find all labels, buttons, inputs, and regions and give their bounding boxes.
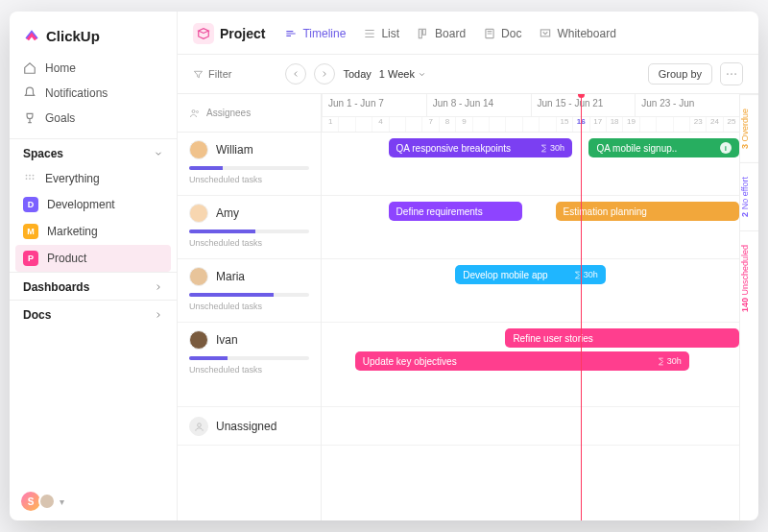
prev-button[interactable] [285, 63, 306, 85]
bell-icon [23, 86, 36, 100]
tab-board[interactable]: Board [409, 23, 473, 44]
svg-point-1 [29, 175, 31, 177]
section-label: Dashboards [23, 280, 89, 294]
sidebar-section-docs[interactable]: Docs [10, 300, 177, 327]
timeline-lane[interactable]: Refine user storiesUpdate key objectives… [322, 323, 739, 407]
grid-icon [23, 172, 36, 185]
avatar [189, 330, 208, 350]
sidebar-space-everything[interactable]: Everything [10, 166, 177, 191]
chevron-right-icon [154, 310, 163, 320]
assignee-cell[interactable]: Unassigned [178, 407, 321, 446]
assignee-header[interactable]: Assignees [178, 94, 321, 133]
tab-doc[interactable]: Doc [475, 23, 529, 44]
chevron-down-icon [154, 149, 163, 158]
nav-goals[interactable]: Goals [10, 106, 177, 131]
week-header: Jun 23 - Jun [635, 94, 739, 116]
task-label: Estimation planning [564, 206, 647, 217]
view-tabs: TimelineListBoardDocWhiteboard [276, 23, 623, 44]
task-bar[interactable]: Develop mobile app30h [455, 265, 606, 284]
range-value: 1 Week [379, 68, 415, 80]
logo[interactable]: ClickUp [10, 12, 177, 54]
tab-list[interactable]: List [355, 23, 407, 44]
assignee-cell[interactable]: MariaUnscheduled tasks [178, 259, 321, 323]
day-cell [355, 117, 372, 132]
nav-notifications[interactable]: Notifications [10, 81, 177, 106]
right-rail: 3 Overdue2 No effort140 Unscheduled [739, 94, 758, 520]
nav-label: Notifications [45, 86, 108, 100]
sidebar-section-dashboards[interactable]: Dashboards [10, 272, 177, 300]
sidebar-space-product[interactable]: PProduct [15, 245, 171, 272]
filter-icon [193, 69, 204, 80]
people-icon [189, 108, 201, 119]
today-indicator [581, 94, 582, 520]
tab-timeline[interactable]: Timeline [276, 23, 353, 44]
day-cell [472, 117, 489, 132]
group-by-button[interactable]: Group by [648, 63, 712, 85]
timeline-lane[interactable]: Define requirementsEstimation planning [322, 196, 739, 259]
space-label: Development [47, 198, 115, 211]
week-header: Jun 1 - Jun 7 [322, 94, 426, 116]
day-cell: 8 [439, 117, 455, 132]
hourglass-icon [540, 144, 548, 153]
day-cell [405, 117, 421, 132]
today-button[interactable]: Today [343, 68, 371, 80]
svg-point-3 [26, 178, 28, 180]
tab-label: Whiteboard [557, 27, 615, 40]
range-select[interactable]: 1 Week [379, 68, 426, 80]
timeline-grid[interactable]: Jun 1 - Jun 7Jun 8 - Jun 14Jun 15 - Jun … [322, 94, 739, 520]
sidebar-space-marketing[interactable]: MMarketing [10, 218, 177, 245]
task-bar[interactable]: QA mobile signup..i [588, 138, 739, 157]
timeline-lane[interactable] [322, 407, 739, 446]
task-label: Define requirements [396, 206, 483, 217]
assignee-header-label: Assignees [206, 108, 251, 118]
space-label: Product [47, 252, 86, 265]
task-label: Update key objectives [363, 356, 457, 367]
user-avatar[interactable]: S [21, 492, 40, 511]
svg-rect-9 [541, 30, 550, 36]
task-bar[interactable]: Refine user stories [505, 328, 739, 348]
filter-button[interactable]: Filter [193, 68, 231, 80]
timeline-lane[interactable]: QA responsive breakpoints30hQA mobile si… [322, 133, 739, 196]
day-cell: 24 [706, 117, 722, 132]
tab-label: Board [435, 27, 466, 40]
rail-unscheduled[interactable]: 140 Unscheduled [740, 230, 758, 326]
timeline: Assignees WilliamUnscheduled tasksAmyUns… [178, 94, 758, 520]
tab-whiteboard[interactable]: Whiteboard [531, 23, 623, 44]
sidebar-space-development[interactable]: DDevelopment [10, 191, 177, 218]
rail-label: Unscheduled [740, 245, 750, 296]
project-title[interactable]: Project [220, 26, 265, 41]
day-cell [639, 117, 656, 132]
board-icon [417, 27, 430, 40]
capacity-bar [189, 166, 309, 170]
assignee-name: Maria [216, 270, 245, 283]
assignee-cell[interactable]: AmyUnscheduled tasks [178, 196, 321, 259]
task-bar[interactable]: Update key objectives30h [355, 351, 689, 371]
assignee-cell[interactable]: IvanUnscheduled tasks [178, 323, 321, 407]
spaces-header[interactable]: Spaces [10, 138, 177, 166]
rail-label: Overdue [740, 109, 750, 142]
svg-point-0 [26, 175, 28, 177]
team-avatar[interactable] [38, 493, 56, 510]
filter-label: Filter [208, 68, 231, 80]
footer-caret-icon[interactable]: ▾ [60, 496, 64, 507]
assignee-cell[interactable]: WilliamUnscheduled tasks [178, 133, 321, 196]
nav-home[interactable]: Home [10, 56, 177, 81]
assignee-column: Assignees WilliamUnscheduled tasksAmyUns… [178, 94, 322, 520]
more-button[interactable] [720, 62, 743, 85]
unscheduled-label: Unscheduled tasks [189, 175, 309, 184]
day-cell: 7 [421, 117, 438, 132]
task-label: Develop mobile app [463, 270, 547, 280]
next-button[interactable] [314, 63, 335, 85]
info-icon: i [720, 142, 732, 154]
unscheduled-label: Unscheduled tasks [189, 365, 309, 375]
task-bar[interactable]: Define requirements [389, 202, 522, 221]
rail-overdue[interactable]: 3 Overdue [740, 94, 758, 162]
day-cell: 1 [322, 117, 338, 132]
timeline-lane[interactable]: Develop mobile app30h [322, 259, 739, 323]
task-bar[interactable]: Estimation planning [556, 202, 739, 221]
day-cell: 9 [455, 117, 471, 132]
tab-label: Timeline [302, 27, 346, 40]
rail-no-effort[interactable]: 2 No effort [740, 162, 758, 230]
task-bar[interactable]: QA responsive breakpoints30h [389, 138, 572, 157]
svg-point-5 [33, 178, 35, 180]
